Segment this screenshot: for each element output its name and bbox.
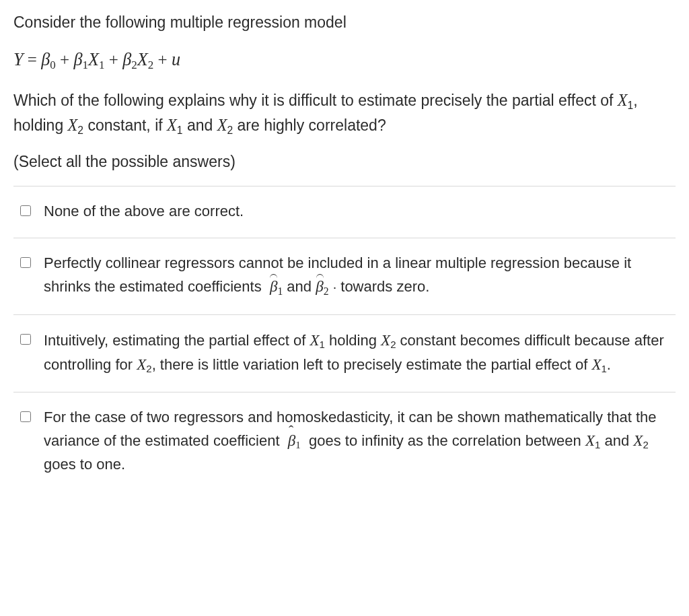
choice-checkbox[interactable] [20, 334, 31, 345]
answer-choice[interactable]: Intuitively, estimating the partial effe… [13, 314, 676, 392]
question-equation: Y = β0 + β1X1 + β2X2 + u [13, 46, 676, 74]
question-prompt: Which of the following explains why it i… [13, 88, 676, 138]
answer-choice[interactable]: Perfectly collinear regressors cannot be… [13, 238, 676, 314]
question-intro: Consider the following multiple regressi… [13, 11, 676, 34]
answer-choices: None of the above are correct. Perfectly… [13, 186, 676, 491]
choice-text: Intuitively, estimating the partial effe… [44, 329, 672, 377]
choice-checkbox[interactable] [20, 257, 31, 268]
choice-text: For the case of two regressors and homos… [44, 406, 672, 477]
question-instruction: (Select all the possible answers) [13, 150, 676, 174]
choice-checkbox[interactable] [20, 205, 31, 216]
question-stem: Consider the following multiple regressi… [13, 11, 676, 174]
answer-choice[interactable]: None of the above are correct. [13, 186, 676, 238]
choice-text: Perfectly collinear regressors cannot be… [44, 252, 672, 300]
choice-checkbox[interactable] [20, 411, 31, 422]
choice-text: None of the above are correct. [44, 200, 672, 223]
answer-choice[interactable]: For the case of two regressors and homos… [13, 392, 676, 491]
